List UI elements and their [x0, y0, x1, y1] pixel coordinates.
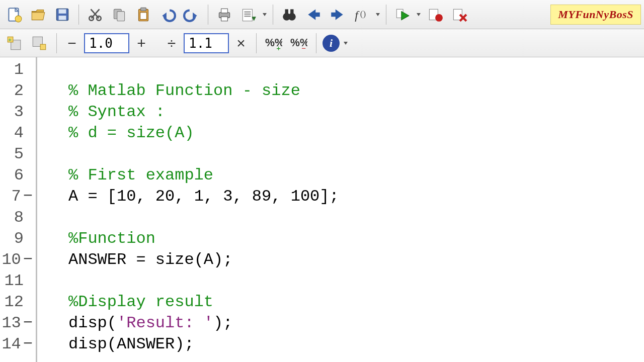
- line-number: 3: [0, 102, 36, 123]
- arrow-right-icon: [329, 6, 346, 23]
- open-file-button[interactable]: [27, 4, 49, 26]
- cell-below-icon: [31, 35, 48, 52]
- breakpoint-clear-button[interactable]: [448, 4, 470, 26]
- svg-rect-44: [40, 44, 46, 50]
- new-file-button[interactable]: [3, 4, 25, 26]
- multiply-button[interactable]: ×: [232, 34, 250, 52]
- code-line[interactable]: % Matlab Function - size: [68, 80, 339, 102]
- svg-rect-11: [117, 11, 125, 21]
- breakpoint-set-button[interactable]: [424, 4, 446, 26]
- breakpoint-set-icon: [426, 6, 443, 23]
- separator: [273, 5, 273, 25]
- line-number: 10−: [0, 249, 36, 270]
- run-button[interactable]: [391, 4, 414, 26]
- cell-toolbar: + − + ÷ × %% + %% − i: [0, 29, 644, 57]
- increment-button[interactable]: +: [132, 34, 150, 52]
- svg-text:f: f: [355, 8, 360, 21]
- open-folder-icon: [30, 6, 47, 23]
- line-number: 7−: [0, 186, 36, 207]
- code-line[interactable]: [68, 207, 339, 228]
- line-number: 5: [0, 144, 36, 165]
- svg-text:+: +: [8, 36, 12, 42]
- redo-button[interactable]: [181, 4, 203, 26]
- code-line[interactable]: [68, 59, 339, 80]
- separator: [56, 33, 57, 53]
- line-number: 8: [0, 207, 36, 228]
- line-number: 1: [0, 59, 36, 80]
- separator: [78, 5, 79, 25]
- fx-dropdown[interactable]: [375, 4, 381, 26]
- copy-icon: [111, 6, 128, 23]
- nav-back-button[interactable]: [302, 4, 325, 26]
- code-area[interactable]: % Matlab Function - size% Syntax :% d = …: [37, 57, 339, 362]
- cut-button[interactable]: [84, 4, 106, 26]
- svg-rect-13: [141, 8, 146, 11]
- code-line[interactable]: %Display result: [68, 292, 339, 313]
- code-line[interactable]: % d = size(A): [68, 123, 339, 144]
- comment-remove-button[interactable]: %% −: [288, 32, 310, 54]
- line-number: 4: [0, 123, 36, 144]
- function-hint-button[interactable]: f (): [351, 4, 373, 26]
- undo-icon: [159, 6, 176, 23]
- step-input[interactable]: [84, 33, 129, 53]
- code-line[interactable]: %Function: [68, 228, 339, 249]
- undo-button[interactable]: [156, 4, 179, 26]
- line-number: 13−: [0, 313, 36, 334]
- print-dropdown[interactable]: [262, 4, 268, 26]
- copy-button[interactable]: [108, 4, 130, 26]
- code-line[interactable]: % First example: [68, 165, 339, 186]
- divide-button[interactable]: ÷: [163, 34, 181, 52]
- separator: [316, 33, 316, 53]
- svg-rect-14: [140, 12, 147, 19]
- decrement-button[interactable]: −: [63, 34, 81, 52]
- run-icon: [394, 6, 411, 23]
- code-line[interactable]: disp('Result: ');: [68, 313, 339, 334]
- code-line[interactable]: [68, 270, 339, 292]
- svg-rect-4: [59, 9, 66, 14]
- insert-cell-above-button[interactable]: +: [3, 32, 25, 54]
- paste-icon: [135, 6, 152, 23]
- save-icon: [54, 6, 71, 23]
- nav-forward-button[interactable]: [327, 4, 349, 26]
- code-line[interactable]: % Syntax :: [68, 102, 339, 123]
- code-line[interactable]: ANSWER = size(A);: [68, 249, 339, 270]
- scissors-icon: [87, 6, 104, 23]
- svg-rect-20: [243, 9, 252, 21]
- line-number: 12: [0, 292, 36, 313]
- print-selection-button[interactable]: [237, 4, 260, 26]
- svg-text:+: +: [276, 44, 281, 51]
- code-line[interactable]: disp(ANSWER);: [68, 334, 339, 355]
- comment-add-button[interactable]: %% +: [263, 32, 285, 54]
- svg-rect-28: [290, 9, 293, 15]
- line-number: 6: [0, 165, 36, 186]
- printer-icon: [216, 6, 233, 23]
- separator: [208, 5, 208, 25]
- code-editor[interactable]: 1234567−8910−111213−14− % Matlab Functio…: [0, 57, 644, 362]
- breakpoint-clear-icon: [450, 6, 467, 23]
- info-dropdown[interactable]: [343, 32, 349, 54]
- svg-rect-27: [285, 9, 288, 15]
- insert-cell-below-button[interactable]: [28, 32, 50, 54]
- find-button[interactable]: [278, 4, 300, 26]
- svg-rect-19: [221, 17, 228, 21]
- svg-rect-5: [59, 16, 66, 20]
- paste-button[interactable]: [132, 4, 154, 26]
- save-button[interactable]: [51, 4, 73, 26]
- code-line[interactable]: [68, 144, 339, 165]
- svg-marker-34: [401, 11, 409, 20]
- svg-rect-18: [221, 9, 228, 13]
- svg-point-36: [435, 14, 443, 21]
- code-line[interactable]: A = [10, 20, 1, 3, 89, 100];: [68, 186, 339, 207]
- svg-text:−: −: [301, 44, 306, 51]
- line-number: 2: [0, 80, 36, 102]
- print-lines-icon: [240, 6, 257, 23]
- line-gutter: 1234567−8910−111213−14−: [0, 57, 37, 362]
- percent-minus-icon: %% −: [290, 35, 307, 52]
- separator: [256, 33, 257, 53]
- run-dropdown[interactable]: [416, 4, 422, 26]
- info-button[interactable]: i: [323, 35, 340, 52]
- separator: [386, 5, 386, 25]
- svg-marker-29: [308, 9, 319, 20]
- print-button[interactable]: [213, 4, 235, 26]
- factor-input[interactable]: [184, 33, 229, 53]
